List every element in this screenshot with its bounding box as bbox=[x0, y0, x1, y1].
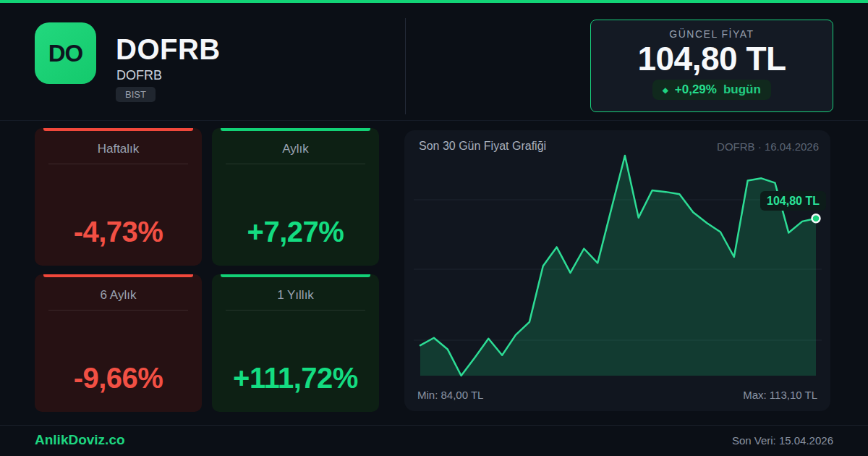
top-accent-bar bbox=[0, 0, 868, 3]
ticker-logo: DO bbox=[35, 22, 96, 84]
exchange-badge: BIST bbox=[116, 87, 156, 102]
stat-value: -4,73% bbox=[35, 216, 202, 248]
page-title: DOFRB bbox=[116, 33, 221, 66]
stat-label: 1 Yıllık bbox=[212, 288, 379, 303]
last-price-label: 104,80 TL bbox=[760, 191, 826, 211]
chart-min-label: Min: 84,00 TL bbox=[417, 389, 483, 401]
daily-change-suffix: bugün bbox=[723, 83, 761, 97]
stat-divider bbox=[226, 310, 365, 311]
price-chart-panel: Son 30 Gün Fiyat Grafiği DOFRB · 16.04.2… bbox=[404, 130, 830, 411]
stat-value: -9,66% bbox=[35, 362, 202, 394]
stat-value: +7,27% bbox=[212, 216, 379, 248]
chart-max-label: Max: 113,10 TL bbox=[743, 389, 817, 401]
daily-change-pill: ◆ +0,29% bugün bbox=[652, 80, 771, 100]
stat-divider bbox=[48, 164, 188, 164]
footer-brand-link[interactable]: AnlikDoviz.co bbox=[35, 432, 125, 448]
stat-divider bbox=[48, 310, 188, 311]
stat-label: Haftalık bbox=[35, 142, 202, 156]
stat-divider bbox=[226, 164, 365, 164]
footer-rule bbox=[0, 425, 868, 426]
stat-label: Aylık bbox=[212, 142, 379, 156]
price-area-chart[interactable] bbox=[404, 130, 830, 411]
stat-value: +111,72% bbox=[212, 362, 379, 394]
current-price-box: GÜNCEL FİYAT 104,80 TL ◆ +0,29% bugün bbox=[590, 20, 833, 112]
diamond-icon: ◆ bbox=[663, 86, 668, 94]
daily-change-value: +0,29% bbox=[675, 83, 717, 97]
current-price: 104,80 TL bbox=[591, 41, 833, 76]
stat-card-monthly: Aylık +7,27% bbox=[212, 128, 379, 266]
ticker-subtitle: DOFRB bbox=[116, 68, 162, 83]
header-rule bbox=[0, 120, 868, 121]
header-vertical-divider bbox=[405, 18, 406, 114]
stat-card-weekly: Haftalık -4,73% bbox=[35, 128, 202, 266]
stats-grid: Haftalık -4,73% Aylık +7,27% 6 Aylık -9,… bbox=[35, 128, 379, 412]
stat-card-1year: 1 Yıllık +111,72% bbox=[212, 274, 379, 412]
price-box-label: GÜNCEL FİYAT bbox=[591, 28, 833, 40]
stat-card-6month: 6 Aylık -9,66% bbox=[35, 274, 202, 412]
stat-label: 6 Aylık bbox=[35, 288, 202, 303]
ticker-logo-text: DO bbox=[48, 40, 83, 67]
footer-last-update: Son Veri: 15.04.2026 bbox=[732, 434, 833, 447]
